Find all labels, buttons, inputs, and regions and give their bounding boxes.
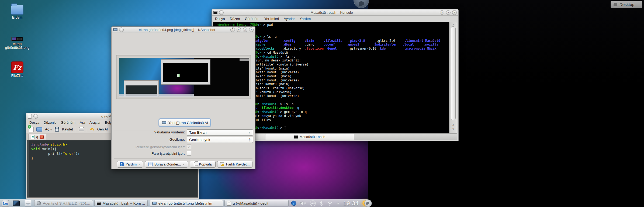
copy-button[interactable]: Kopyala: [190, 161, 216, 168]
menu-item[interactable]: Dosya: [29, 120, 39, 125]
new-screenshot-label: Yeni Ekran Görüntüsü Al: [168, 121, 208, 125]
menu-item[interactable]: Görünüm: [61, 120, 75, 125]
konsole-title: Masaüstü : bash – Konsole: [225, 11, 438, 15]
open-button[interactable]: Aç ∨: [45, 127, 52, 131]
konsole-titlebar[interactable]: Masaüstü : bash – Konsole ∨ ∧ ✕: [212, 9, 458, 16]
open-icon[interactable]: [36, 127, 42, 132]
desktop-toolbox-label: Desktop: [619, 2, 634, 7]
send-to-button[interactable]: Buraya Gönder...∨: [145, 161, 188, 168]
c-file-icon: C: [31, 135, 34, 139]
close-button[interactable]: ✕: [249, 27, 254, 32]
tab-close-icon[interactable]: ✕: [40, 135, 44, 139]
taskbar-button[interactable]: Masaüstü : bash – Konsole: [94, 200, 148, 206]
help-button[interactable]: ?: [230, 27, 235, 32]
taskbar-panel: Lm Agents of S.H.I.E.L.D. (2013- ) | 2..…: [0, 199, 368, 207]
window-menu-button[interactable]: [33, 114, 38, 119]
desktop-icon-label: ekrangörüntüsü3.png: [4, 42, 31, 50]
menu-item[interactable]: Düzenle: [44, 120, 57, 125]
menu-item[interactable]: Düzen: [230, 17, 240, 21]
gedit-tab-q[interactable]: C q ✕: [28, 134, 46, 140]
menu-item[interactable]: Yardım: [300, 17, 311, 21]
file-manager-icon: [25, 200, 31, 206]
send-to-icon: [148, 162, 153, 166]
desktop-icon-label: Erdem: [4, 16, 31, 19]
include-decorations-label: Pencere dekorasyonlarını içer:: [117, 145, 185, 149]
spinbox-arrows-icon[interactable]: ∧∨: [249, 138, 251, 142]
capture-mode-value: Tam Ekran: [189, 130, 207, 134]
menu-item[interactable]: Ara: [80, 120, 85, 125]
desktop-icon-filezilla[interactable]: Fz FileZilla: [4, 62, 31, 78]
menu-item[interactable]: Görünüm: [245, 17, 259, 21]
desktop-icon-screenshot3[interactable]: ekrangörüntüsü3.png: [4, 37, 31, 50]
panel-clock[interactable]: 19:34: [343, 200, 359, 206]
toolbar-separator: [87, 127, 87, 132]
ksnapshot-title: ekran görüntüsü4.png [değiştirilmiş] – K…: [125, 28, 229, 32]
desktop-icon-erdem[interactable]: Erdem: [4, 5, 31, 19]
screenshot-preview-thumbnail[interactable]: [116, 55, 251, 99]
minimize-button[interactable]: ∨: [237, 27, 241, 32]
scroll-up-icon[interactable]: ∧: [450, 23, 457, 26]
menu-item[interactable]: Araçlar: [89, 120, 101, 125]
taskbar-button[interactable]: q (~/Masaüstü) - gedit: [224, 200, 289, 206]
close-button[interactable]: ✕: [452, 10, 457, 15]
system-tray: i 19:34: [291, 200, 368, 207]
scroll-up-icon[interactable]: ∧: [450, 123, 457, 126]
new-document-button[interactable]: [29, 127, 34, 132]
capture-mode-select[interactable]: Tam Ekran ∨: [187, 129, 253, 136]
terminal-scrollbar[interactable]: ∧ ∧ ∨: [449, 22, 457, 133]
minimize-button[interactable]: ∨: [440, 10, 444, 15]
usb-icon[interactable]: [310, 200, 316, 206]
include-decorations-checkbox[interactable]: ✓: [187, 144, 191, 149]
save-button[interactable]: Kaydet: [62, 127, 73, 131]
konsole-icon: [213, 11, 217, 14]
taskbar-button[interactable]: Agents of S.H.I.E.L.D. (2013- ) | 2...: [34, 200, 93, 206]
mint-menu-button[interactable]: Lm: [1, 200, 10, 207]
konsole-icon: [97, 202, 101, 205]
gedit-icon: [227, 201, 231, 206]
undo-button[interactable]: Geri Al: [97, 127, 108, 131]
bluetooth-icon[interactable]: [319, 200, 323, 206]
wifi-icon[interactable]: [327, 201, 333, 206]
file-manager-button[interactable]: [24, 200, 32, 207]
delay-value: Gecikme yok: [189, 138, 210, 142]
show-desktop-button[interactable]: [12, 200, 20, 207]
undo-icon[interactable]: [90, 127, 95, 132]
scroll-down-icon[interactable]: ∨: [450, 127, 457, 130]
print-button[interactable]: [79, 127, 84, 131]
menu-item[interactable]: Dosya: [215, 17, 225, 21]
save-icon[interactable]: [55, 127, 59, 132]
maximize-button[interactable]: ∧: [243, 27, 247, 32]
ksnapshot-titlebar[interactable]: ekran görüntüsü4.png [değiştirilmiş] – K…: [112, 27, 255, 33]
help-menu-button[interactable]: ? Yardım∨: [117, 161, 143, 168]
delay-spinbox[interactable]: Gecikme yok ∧∨: [187, 137, 253, 143]
thumbnail-desktop-toolbox: [240, 58, 249, 61]
delay-label: Gecikme:: [117, 137, 185, 142]
folder-icon: [11, 5, 23, 15]
ksnapshot-icon: [162, 121, 166, 124]
thumbnail-drag-ghost: [177, 74, 180, 77]
desktop-icon-label: FileZilla: [4, 74, 31, 78]
taskbar-button-label: Masaüstü : bash – Konsole: [103, 201, 145, 205]
window-menu-button[interactable]: [219, 10, 224, 15]
menu-item[interactable]: Ayarlar: [284, 17, 295, 21]
panel-cashew-icon[interactable]: [364, 199, 372, 207]
mint-menu-icon: Lm: [2, 200, 9, 207]
desktop-toolbox-button[interactable]: Desktop: [611, 1, 642, 8]
taskbar-button[interactable]: ekran görüntüsü4.png [değiştirilm: [150, 200, 223, 206]
window-menu-button[interactable]: [119, 27, 124, 32]
menu-item[interactable]: Yer İmleri: [264, 17, 279, 21]
save-as-button[interactable]: Farklı Kaydet...: [217, 161, 252, 168]
taskbar-button-label: q (~/Masaüstü) - gedit: [233, 201, 268, 205]
gedit-gutter: [27, 140, 29, 197]
speaker-icon[interactable]: [300, 201, 306, 206]
include-pointer-checkbox[interactable]: [187, 151, 191, 156]
scrollbar-slider[interactable]: [451, 26, 456, 120]
konsole-tab[interactable]: Masaüstü : bash: [265, 134, 354, 140]
maximize-button[interactable]: ∧: [446, 10, 451, 15]
update-shield-icon[interactable]: i: [291, 201, 296, 206]
desktop-screen: Desktop Erdem ekrangörüntüsü3.png Fz Fil…: [0, 0, 644, 207]
new-screenshot-button[interactable]: Yeni Ekran Görüntüsü Al: [159, 119, 211, 126]
tab-label: q: [36, 135, 38, 139]
taskbar-button-label: ekran görüntüsü4.png [değiştirilm: [158, 201, 212, 205]
expand-tray-icon[interactable]: [337, 202, 340, 205]
